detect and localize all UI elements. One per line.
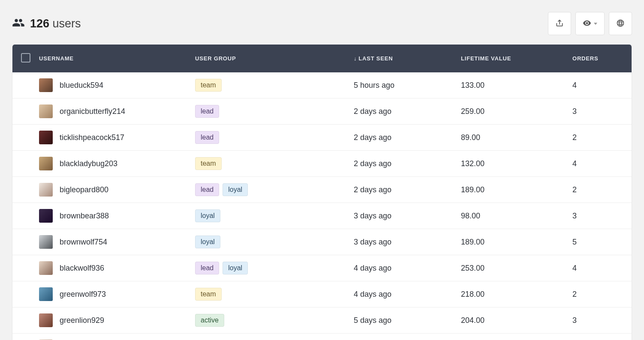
user-group-cell: leadloyal xyxy=(189,255,348,281)
tag-lead: lead xyxy=(195,131,219,143)
username-text: brownbear388 xyxy=(60,212,109,221)
globe-icon xyxy=(616,19,625,29)
row-checkbox-cell xyxy=(12,255,39,281)
avatar xyxy=(39,235,53,249)
username-cell: blueduck594 xyxy=(39,72,189,98)
table-row[interactable]: brownwolf754loyal3 days ago189.005 xyxy=(12,229,632,255)
tag-loyal: loyal xyxy=(195,236,220,248)
column-lifetime-value[interactable]: LIFETIME VALUE xyxy=(455,45,566,72)
user-group-cell: team xyxy=(189,281,348,307)
user-group-cell: team xyxy=(189,72,348,98)
user-group-cell: loyal xyxy=(189,203,348,229)
lifetime-value-cell: 259.00 xyxy=(455,98,566,125)
avatar xyxy=(39,209,53,223)
last-seen-cell: 2 days ago xyxy=(348,98,455,125)
tag-team: team xyxy=(195,157,222,170)
table-row[interactable]: bigleopard800leadloyal2 days ago189.002 xyxy=(12,177,632,203)
lifetime-value-cell: 98.00 xyxy=(455,203,566,229)
orders-cell: 4 xyxy=(566,255,632,281)
username-text: bigleopard800 xyxy=(60,185,108,194)
orders-cell: 4 xyxy=(566,72,632,98)
lifetime-value-cell: 129.00 xyxy=(455,334,566,340)
username-text: greenlion929 xyxy=(60,316,104,325)
table-row[interactable]: brownbear388loyal3 days ago98.003 xyxy=(12,203,632,229)
select-all-checkbox[interactable] xyxy=(21,53,30,63)
column-user-group-label: USER GROUP xyxy=(195,55,236,62)
users-table: USERNAME USER GROUP ↓LAST SEEN LIFETIME … xyxy=(12,45,632,340)
username-cell: brownwolf754 xyxy=(39,229,189,255)
row-checkbox-cell xyxy=(12,203,39,229)
user-group-cell: active xyxy=(189,307,348,334)
export-button[interactable] xyxy=(548,12,571,35)
last-seen-cell: 2 days ago xyxy=(348,177,455,203)
last-seen-cell: 4 days ago xyxy=(348,281,455,307)
username-cell: brownbear388 xyxy=(39,203,189,229)
globe-button[interactable] xyxy=(609,12,632,35)
username-cell: greenlion929 xyxy=(39,307,189,334)
username-text: organicbutterfly214 xyxy=(60,107,125,116)
eye-icon xyxy=(583,19,591,29)
visibility-button[interactable] xyxy=(575,12,605,35)
username-cell: greenwolf973 xyxy=(39,281,189,307)
users-icon xyxy=(12,16,25,31)
tag-loyal: loyal xyxy=(223,262,248,274)
row-checkbox-cell xyxy=(12,177,39,203)
last-seen-cell: 5 days ago xyxy=(348,307,455,334)
user-group-cell: team xyxy=(189,151,348,177)
username-cell: blackwolf936 xyxy=(39,255,189,281)
row-checkbox-cell xyxy=(12,151,39,177)
row-checkbox-cell xyxy=(12,334,39,340)
table-row[interactable]: ticklishlion714leadloyal6 days ago129.00… xyxy=(12,334,632,340)
username-text: blueduck594 xyxy=(60,81,103,90)
column-select-all[interactable] xyxy=(12,45,39,72)
table-row[interactable]: greenwolf973team4 days ago218.002 xyxy=(12,281,632,307)
column-username-label: USERNAME xyxy=(39,55,74,62)
row-checkbox-cell xyxy=(12,72,39,98)
orders-cell: 2 xyxy=(566,125,632,151)
tag-loyal: loyal xyxy=(195,209,220,222)
table-row[interactable]: blueduck594team5 hours ago133.004 xyxy=(12,72,632,98)
column-last-seen[interactable]: ↓LAST SEEN xyxy=(348,45,455,72)
export-icon xyxy=(555,19,564,29)
orders-cell: 2 xyxy=(566,177,632,203)
avatar xyxy=(39,78,53,92)
orders-cell: 3 xyxy=(566,307,632,334)
lifetime-value-cell: 89.00 xyxy=(455,125,566,151)
orders-cell: 3 xyxy=(566,98,632,125)
lifetime-value-cell: 189.00 xyxy=(455,177,566,203)
lifetime-value-cell: 132.00 xyxy=(455,151,566,177)
username-text: blackladybug203 xyxy=(60,159,117,168)
last-seen-cell: 2 days ago xyxy=(348,125,455,151)
lifetime-value-cell: 218.00 xyxy=(455,281,566,307)
table-row[interactable]: ticklishpeacock517lead2 days ago89.002 xyxy=(12,125,632,151)
user-group-cell: leadloyal xyxy=(189,334,348,340)
username-text: brownwolf754 xyxy=(60,238,107,247)
tag-lead: lead xyxy=(195,105,219,117)
avatar xyxy=(39,157,53,170)
last-seen-cell: 3 days ago xyxy=(348,229,455,255)
table-row[interactable]: organicbutterfly214lead2 days ago259.003 xyxy=(12,98,632,125)
last-seen-cell: 2 days ago xyxy=(348,151,455,177)
orders-cell: 3 xyxy=(566,203,632,229)
toolbar xyxy=(548,12,632,35)
tag-lead: lead xyxy=(195,262,219,274)
orders-cell: 2 xyxy=(566,281,632,307)
user-count: 126 xyxy=(30,17,49,30)
table-row[interactable]: blackladybug203team2 days ago132.004 xyxy=(12,151,632,177)
lifetime-value-cell: 133.00 xyxy=(455,72,566,98)
avatar xyxy=(39,104,53,118)
column-orders[interactable]: ORDERS xyxy=(566,45,632,72)
table-row[interactable]: greenlion929active5 days ago204.003 xyxy=(12,307,632,334)
page-header: 126 users xyxy=(12,12,632,35)
username-cell: ticklishpeacock517 xyxy=(39,125,189,151)
column-username[interactable]: USERNAME xyxy=(39,45,189,72)
username-cell: blackladybug203 xyxy=(39,151,189,177)
last-seen-cell: 4 days ago xyxy=(348,255,455,281)
column-user-group[interactable]: USER GROUP xyxy=(189,45,348,72)
last-seen-cell: 3 days ago xyxy=(348,203,455,229)
table-row[interactable]: blackwolf936leadloyal4 days ago253.004 xyxy=(12,255,632,281)
username-cell: bigleopard800 xyxy=(39,177,189,203)
chevron-down-icon xyxy=(594,23,597,25)
username-text: greenwolf973 xyxy=(60,290,106,299)
row-checkbox-cell xyxy=(12,98,39,125)
